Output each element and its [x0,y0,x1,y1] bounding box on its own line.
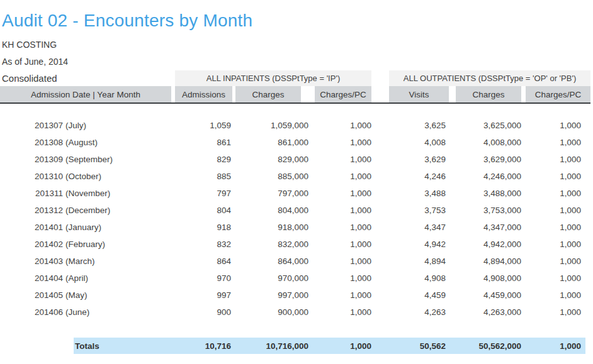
cell-ip-charges: 797,000 [232,185,308,202]
group-spacer [371,70,389,86]
cell-year-month-code: 201405 [0,290,63,300]
cell-month-name: (August) [63,138,98,147]
totals-op-charges: 50,562,000 [452,338,522,354]
cell-ip-admissions: 970 [171,270,232,287]
cell-spacer [371,219,389,236]
cell-ip-admissions: 918 [171,219,232,236]
cell-year-month-code: 201311 [0,189,63,198]
cell-ip-charges: 970,000 [232,270,308,287]
group-header-row: Consolidated ALL INPATIENTS (DSSPtType =… [0,70,590,86]
table-row: 201405(May) 997 997,000 1,000 4,459 4,45… [0,287,590,304]
table-row: 201310(October) 885 885,000 1,000 4,246 … [0,168,590,185]
cell-op-visits: 4,347 [389,219,452,236]
cell-op-charges: 3,753,000 [452,202,522,219]
cell-year-month-code: 201309 [0,155,63,164]
cell-year-month-code: 201404 [0,273,63,283]
cell-spacer [371,253,389,270]
cell-ip-charges-pc: 1,000 [308,134,371,151]
col-ip-charges: Charges [235,86,301,102]
cell-op-charges: 4,246,000 [452,168,522,185]
cell-op-charges-pc: 1,000 [522,219,590,236]
cell-ip-charges: 864,000 [232,253,308,270]
cell-year-month-code: 201406 [0,307,63,317]
cell-ip-charges-pc: 1,000 [308,219,371,236]
cell-ip-admissions: 832 [171,236,232,253]
cell-month-name: (April) [63,273,88,283]
cell-ip-admissions: 1,059 [171,117,232,134]
cell-spacer [371,270,389,287]
report-as-of-date: As of June, 2014 [2,53,593,70]
cell-year-month-code: 201402 [0,240,63,249]
cell-year-month-code: 201308 [0,138,63,147]
cell-month-name: (September) [63,155,113,164]
cell-ip-admissions: 804 [171,202,232,219]
cell-ip-charges: 885,000 [232,168,308,185]
cell-op-visits: 4,459 [389,287,452,304]
cell-op-charges: 3,488,000 [452,185,522,202]
table-row: 201312(December) 804 804,000 1,000 3,753… [0,202,590,219]
cell-op-charges: 3,625,000 [452,117,522,134]
cell-op-charges-pc: 1,000 [522,287,590,304]
table-row: 201404(April) 970 970,000 1,000 4,908 4,… [0,270,590,287]
col-op-charges-pc: Charges/PC [526,86,590,102]
cell-ip-charges: 829,000 [232,151,308,168]
cell-month-name: (January) [63,223,101,232]
totals-op-visits: 50,562 [389,338,452,354]
cell-spacer [371,236,389,253]
cell-ip-admissions: 864 [171,253,232,270]
cell-spacer [371,287,389,304]
cell-op-visits: 4,908 [389,270,452,287]
cell-ip-admissions: 797 [171,185,232,202]
report-subtitles: KH COSTING As of June, 2014 [0,36,593,70]
cell-spacer [371,202,389,219]
bottom-gap-row [0,321,590,338]
cell-op-visits: 3,488 [389,185,452,202]
totals-row: Totals 10,716 10,716,000 1,000 50,562 50… [0,338,590,354]
cell-op-visits: 4,246 [389,168,452,185]
cell-month-name: (May) [63,290,88,300]
cell-op-visits: 4,263 [389,304,452,321]
cell-ip-charges: 804,000 [232,202,308,219]
table-row: 201309(September) 829 829,000 1,000 3,62… [0,151,590,168]
cell-ip-admissions: 861 [171,134,232,151]
table-body: 201307(July) 1,059 1,059,000 1,000 3,625… [0,117,590,321]
report-entity: KH COSTING [2,36,593,53]
cell-op-charges-pc: 1,000 [522,270,590,287]
col-admission-date-year-month: Admission Date | Year Month [0,86,171,102]
table-row: 201401(January) 918 918,000 1,000 4,347 … [0,219,590,236]
cell-spacer [371,117,389,134]
cell-op-charges: 4,908,000 [452,270,522,287]
column-header-row: Admission Date | Year Month Admissions C… [0,86,590,102]
encounters-table: Consolidated ALL INPATIENTS (DSSPtType =… [0,70,590,354]
cell-month-name: (November) [63,189,110,198]
cell-op-visits: 3,625 [389,117,452,134]
column-spacer [371,86,389,102]
cell-month-name: (December) [63,206,110,215]
cell-ip-charges-pc: 1,000 [308,287,371,304]
cell-ip-charges-pc: 1,000 [308,304,371,321]
cell-ip-admissions: 885 [171,168,232,185]
cell-ip-charges: 832,000 [232,236,308,253]
cell-ip-charges: 997,000 [232,287,308,304]
cell-op-visits: 4,894 [389,253,452,270]
cell-op-charges: 3,629,000 [452,151,522,168]
table-row: 201307(July) 1,059 1,059,000 1,000 3,625… [0,117,590,134]
table-row: 201406(June) 900 900,000 1,000 4,263 4,2… [0,304,590,321]
cell-spacer [371,151,389,168]
col-op-charges: Charges [456,86,521,102]
cell-op-charges-pc: 1,000 [522,202,590,219]
report-page: Audit 02 - Encounters by Month KH COSTIN… [0,10,593,364]
cell-op-charges: 4,942,000 [452,236,522,253]
table-footer: Totals 10,716 10,716,000 1,000 50,562 50… [0,321,590,354]
cell-ip-charges-pc: 1,000 [308,270,371,287]
cell-op-charges: 4,263,000 [452,304,522,321]
totals-op-charges-pc: 1,000 [522,338,590,354]
cell-month-name: (June) [63,307,89,317]
cell-op-charges-pc: 1,000 [522,168,590,185]
cell-year-month-code: 201312 [0,206,63,215]
cell-op-charges-pc: 1,000 [522,134,590,151]
totals-ip-charges: 10,716,000 [232,338,308,354]
cell-ip-charges: 918,000 [232,219,308,236]
cell-ip-admissions: 900 [171,304,232,321]
totals-ip-admissions: 10,716 [171,338,232,354]
